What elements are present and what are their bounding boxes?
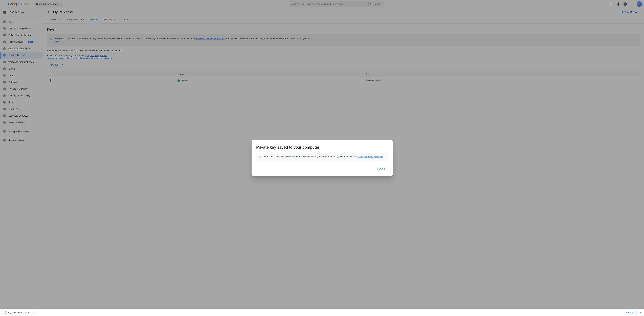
download-bar: my-business-rc....json Show All: [0, 309, 644, 316]
modal-warning: ⚠ my-business-rcpc-c734bd7ea634.json all…: [256, 153, 388, 161]
close-icon[interactable]: [639, 311, 642, 314]
close-button[interactable]: CLOSE: [375, 166, 388, 171]
modal-warn-text: my-business-rcpc-c734bd7ea634.json allow…: [263, 155, 358, 158]
download-chip[interactable]: my-business-rc....json: [2, 310, 36, 315]
file-icon: [4, 311, 7, 314]
download-filename: my-business-rc....json: [8, 311, 30, 314]
best-practices-link[interactable]: Learn more best practices: [358, 155, 383, 158]
show-all-button[interactable]: Show All: [624, 310, 636, 315]
chevron-up-icon: [31, 311, 34, 314]
modal-title: Private key saved to your computer: [256, 145, 388, 150]
warning-icon: ⚠: [258, 155, 261, 158]
private-key-modal: Private key saved to your computer ⚠ my-…: [252, 140, 392, 176]
